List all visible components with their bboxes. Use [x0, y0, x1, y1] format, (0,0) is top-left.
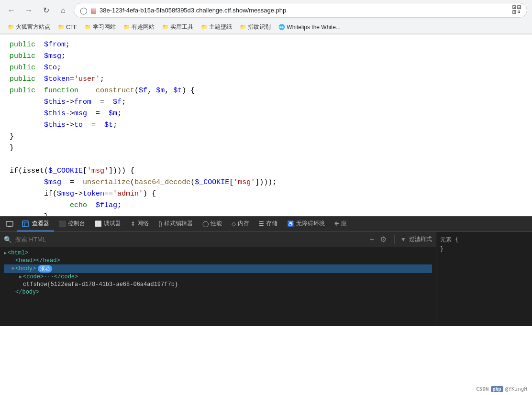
tracking-icon: ▦ — [90, 7, 97, 14]
html-node-body-close[interactable]: ▶ </body> — [4, 288, 432, 296]
bookmark-tools[interactable]: 📁 实用工具 — [159, 22, 196, 32]
security-icon: ◯ — [80, 7, 88, 14]
scroll-badge: 滚动 — [38, 265, 52, 273]
folder-icon: 📁 — [85, 24, 91, 30]
filter-styles-label: 过滤样式 — [409, 235, 432, 243]
html-tag-body-close: </body> — [15, 289, 39, 296]
network-icon: ⇕ — [131, 220, 135, 227]
address-bar[interactable]: ◯ ▦ 38e-123f-4efa-b15a-5fa058f395d3.chal… — [74, 3, 527, 18]
browser-toolbar: ← → ↻ ⌂ ◯ ▦ 38e-123f-4efa-b15a-5fa058f39… — [0, 0, 532, 21]
bookmark-ctf[interactable]: 📁 CTF — [55, 23, 80, 32]
divider — [394, 235, 395, 244]
styles-title: 元素 { — [440, 236, 528, 244]
svg-rect-11 — [8, 226, 11, 227]
svg-rect-1 — [514, 7, 515, 8]
code-display: public $from; public $msg; public $to; p… — [0, 34, 532, 216]
html-node-code[interactable]: ► <code> ··· </code> — [4, 273, 432, 281]
devtools-actions: + ⚙ — [368, 234, 388, 245]
html-tag-head: <head></head> — [15, 257, 60, 264]
style-editor-icon: {} — [158, 220, 162, 227]
pick-element-button[interactable]: ⚙ — [378, 234, 388, 245]
tab-network-label: 网络 — [137, 219, 149, 228]
bookmark-fun[interactable]: 📁 有趣网站 — [121, 22, 157, 32]
tab-network[interactable]: ⇕ 网络 — [126, 217, 154, 231]
folder-icon: 📁 — [8, 24, 14, 30]
expand-arrow[interactable]: ► — [19, 274, 22, 280]
filter-icon: ▼ — [400, 236, 406, 243]
accessibility-icon: ♿ — [287, 220, 294, 227]
tab-storage[interactable]: ☰ 存储 — [254, 217, 282, 231]
folder-icon: 📁 — [201, 24, 208, 30]
tab-more-label: 应 — [341, 219, 347, 228]
console-icon: ⬛ — [59, 220, 66, 227]
svg-rect-9 — [519, 12, 520, 13]
browser-chrome: ← → ↻ ⌂ ◯ ▦ 38e-123f-4efa-b15a-5fa058f39… — [0, 0, 532, 34]
svg-rect-12 — [22, 221, 28, 227]
svg-rect-7 — [519, 11, 520, 11]
tab-performance[interactable]: ◯ 性能 — [198, 217, 227, 231]
tab-debugger-label: 调试器 — [104, 219, 121, 228]
add-node-button[interactable]: + — [368, 234, 376, 245]
bookmark-fingerprint[interactable]: 📁 指纹识别 — [237, 22, 274, 32]
tab-style-editor-label: 样式编辑器 — [164, 219, 193, 228]
search-html-input[interactable] — [15, 236, 365, 243]
memory-icon: ◇ — [232, 220, 236, 227]
bookmark-label: 实用工具 — [170, 23, 193, 31]
bookmark-label: 学习网站 — [93, 23, 116, 31]
html-node-head[interactable]: ▶ <head></head> — [4, 257, 432, 264]
bookmark-whitelips[interactable]: 🌐 Whitelips the White... — [276, 23, 344, 32]
tab-console-label: 控制台 — [68, 219, 85, 228]
html-node-body[interactable]: ▼ <body> 滚动 — [4, 264, 432, 273]
svg-rect-5 — [514, 11, 515, 12]
tab-memory[interactable]: ◇ 内存 — [227, 217, 254, 231]
back-button[interactable]: ← — [5, 4, 18, 17]
tab-inspector-label: 查看器 — [32, 219, 49, 228]
html-node-html[interactable]: ▶ <html> — [4, 249, 432, 257]
html-node-flag-text[interactable]: ► ctfshow{5122eafa-d178-41b3-ae68-06a4ad… — [4, 281, 432, 288]
expand-arrow[interactable]: ▼ — [11, 266, 14, 272]
page-content: public $from; public $msg; public $to; p… — [0, 34, 532, 216]
bookmark-study[interactable]: 📁 学习网站 — [82, 22, 119, 32]
devtools-search-bar: 🔍 + ⚙ ▼ 过滤样式 — [0, 232, 436, 247]
tab-more[interactable]: ⁜ 应 — [330, 217, 352, 231]
tab-style-editor[interactable]: {} 样式编辑器 — [154, 217, 198, 231]
tab-accessibility[interactable]: ♿ 无障碍环境 — [282, 217, 330, 231]
folder-icon: 📁 — [123, 24, 130, 30]
bookmarks-bar: 📁 火狐官方站点 📁 CTF 📁 学习网站 📁 有趣网站 📁 实用工具 📁 主题… — [0, 21, 532, 34]
bookmark-wallpaper[interactable]: 📁 主题壁纸 — [198, 22, 235, 32]
html-tree: ▶ <html> ▶ <head></head> ▼ <body> 滚动 ► <… — [0, 247, 436, 326]
home-button[interactable]: ⌂ — [56, 4, 70, 17]
storage-icon: ☰ — [259, 220, 264, 227]
folder-icon: 📁 — [58, 24, 65, 30]
debugger-icon: ⬜ — [95, 220, 102, 227]
bookmark-hq[interactable]: 📁 火狐官方站点 — [5, 22, 53, 32]
reload-button[interactable]: ↻ — [39, 4, 53, 17]
tab-inspector[interactable]: 查看器 — [17, 217, 54, 231]
qr-icon — [512, 5, 521, 15]
tab-debugger[interactable]: ⬜ 调试器 — [90, 217, 126, 231]
devtools-right-panel: 元素 { } CSDN php @YKingH — [436, 232, 532, 326]
svg-rect-8 — [518, 12, 519, 13]
svg-rect-10 — [6, 221, 13, 226]
bookmark-label: 主题壁纸 — [209, 23, 232, 31]
svg-rect-6 — [518, 11, 519, 11]
bookmark-label: Whitelips the White... — [287, 24, 341, 31]
more-icon: ⁜ — [334, 220, 339, 227]
forward-button[interactable]: → — [22, 4, 35, 17]
search-icon: 🔍 — [4, 236, 12, 243]
tab-console[interactable]: ⬛ 控制台 — [54, 217, 90, 231]
tab-memory-label: 内存 — [238, 219, 249, 228]
svg-rect-3 — [519, 7, 520, 8]
bookmark-label: CTF — [66, 24, 77, 31]
tab-responsive[interactable] — [2, 217, 17, 231]
tab-accessibility-label: 无障碍环境 — [296, 219, 325, 228]
devtools-tabs: 查看器 ⬛ 控制台 ⬜ 调试器 ⇕ 网络 {} 样式编辑器 ◯ 性能 ◇ 内存 … — [0, 217, 532, 232]
styles-block: } — [440, 246, 528, 252]
bookmark-label: 指纹识别 — [248, 23, 271, 31]
flag-text-node: ctfshow{5122eafa-d178-41b3-ae68-06a4ad19… — [23, 281, 178, 288]
devtools-body: 🔍 + ⚙ ▼ 过滤样式 ▶ <html> ▶ <head></head> — [0, 232, 532, 326]
styles-close-brace: } — [440, 246, 443, 252]
expand-arrow[interactable]: ▶ — [4, 250, 7, 256]
html-tag-code-close: </code> — [54, 274, 78, 280]
html-tag-html: <html> — [8, 250, 28, 256]
